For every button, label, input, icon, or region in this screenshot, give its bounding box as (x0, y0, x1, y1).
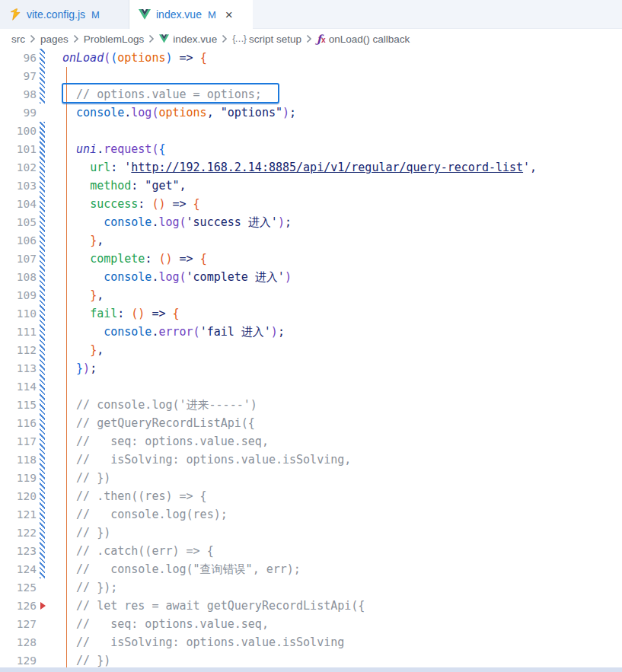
code-line[interactable]: 120 // .then((res) => { (0, 487, 622, 505)
line-number[interactable]: 103 (0, 177, 37, 195)
line-number[interactable]: 98 (0, 85, 37, 104)
code-text: success: () => { (62, 195, 200, 213)
vscode-editor-window: vite.config.js M index.vue M × src pages… (0, 0, 622, 672)
line-number[interactable]: 111 (0, 323, 37, 341)
line-number[interactable]: 108 (0, 268, 37, 286)
line-number[interactable]: 117 (0, 432, 37, 451)
code-text: // console.log(res); (62, 505, 228, 524)
modified-lines-stripe (40, 122, 45, 578)
line-number[interactable]: 114 (0, 377, 37, 396)
line-number[interactable]: 107 (0, 250, 37, 268)
chevron-right-icon (73, 34, 79, 43)
code-line[interactable]: 116 // getQueryRecordListApi({ (0, 414, 622, 432)
line-number[interactable]: 120 (0, 487, 37, 505)
line-number[interactable]: 115 (0, 396, 37, 414)
code-line[interactable]: 122 // }) (0, 524, 622, 542)
code-line[interactable]: 101 uni.request({ (0, 140, 622, 158)
code-line[interactable]: 114 (0, 377, 622, 396)
code-text: // seq: options.value.seq, (62, 615, 269, 633)
code-text: // isSolving: options.value.isSolving, (62, 451, 351, 469)
line-number[interactable]: 106 (0, 231, 37, 250)
chevron-right-icon (306, 34, 312, 43)
breadcrumb-item-index-vue[interactable]: index.vue (159, 33, 217, 45)
breadcrumb-item-problemlogs[interactable]: ProblemLogs (84, 33, 145, 45)
code-text: // .then((res) => { (62, 487, 207, 505)
line-number[interactable]: 99 (0, 104, 37, 122)
code-line[interactable]: 124 // console.log("查询错误", err); (0, 560, 622, 578)
line-126-marker-icon (40, 602, 46, 610)
modified-badge: M (91, 9, 100, 21)
code-line[interactable]: 111 console.error('fail 进入'); (0, 323, 622, 341)
code-line[interactable]: 96onLoad((options) => { (0, 49, 622, 67)
code-line[interactable]: 118 // isSolving: options.value.isSolvin… (0, 451, 622, 469)
code-text: fail: () => { (62, 304, 180, 323)
code-line[interactable]: 115 // console.log('进来-----') (0, 396, 622, 414)
code-text: }, (62, 231, 104, 250)
close-tab-icon[interactable]: × (224, 8, 234, 21)
tab-index-vue[interactable]: index.vue M × (129, 0, 253, 29)
line-number[interactable]: 124 (0, 560, 37, 578)
code-line[interactable]: 109 }, (0, 286, 622, 304)
code-line[interactable]: 126 // let res = await getQueryRecordLis… (0, 597, 622, 615)
breadcrumb-item-script-setup[interactable]: {…} script setup (232, 33, 301, 45)
code-line[interactable]: 110 fail: () => { (0, 304, 622, 323)
code-line[interactable]: 105 console.log('success 进入'); (0, 213, 622, 231)
line-number[interactable]: 105 (0, 213, 37, 231)
line-number[interactable]: 119 (0, 469, 37, 487)
code-lines: 96onLoad((options) => {9798 // options.v… (0, 49, 622, 670)
breadcrumb-item-onload-callback[interactable]: ƒx onLoad() callback (317, 33, 410, 45)
breadcrumb-label: script setup (249, 33, 301, 45)
code-text: // console.log("查询错误", err); (62, 560, 301, 578)
line-number[interactable]: 125 (0, 578, 37, 597)
line-number[interactable]: 100 (0, 122, 37, 140)
line-number[interactable]: 102 (0, 158, 37, 177)
code-line[interactable]: 108 console.log('complete 进入') (0, 268, 622, 286)
line-number[interactable]: 97 (0, 67, 37, 85)
chevron-right-icon (30, 34, 36, 43)
code-text: }); (62, 359, 97, 377)
line-number[interactable]: 113 (0, 359, 37, 377)
line-number[interactable]: 123 (0, 542, 37, 560)
code-line[interactable]: 99 console.log(options, "options"); (0, 104, 622, 122)
code-line[interactable]: 125 // }); (0, 578, 622, 597)
code-line[interactable]: 127 // seq: options.value.seq, (0, 615, 622, 633)
vue-logo-icon (159, 34, 169, 43)
line-number[interactable]: 116 (0, 414, 37, 432)
code-text: // isSolving: options.value.isSolving (62, 633, 344, 651)
code-line[interactable]: 112 }, (0, 341, 622, 359)
code-text: // getQueryRecordListApi({ (62, 414, 255, 432)
code-line[interactable]: 119 // }) (0, 469, 622, 487)
code-line[interactable]: 103 method: "get", (0, 177, 622, 195)
code-text: // console.log('进来-----') (62, 396, 257, 414)
breadcrumb-item-pages[interactable]: pages (40, 33, 69, 45)
code-line[interactable]: 113 }); (0, 359, 622, 377)
tab-label: vite.config.js (27, 8, 85, 21)
line-number[interactable]: 128 (0, 633, 37, 651)
line-number[interactable]: 110 (0, 304, 37, 323)
line-number[interactable]: 104 (0, 195, 37, 213)
line-number[interactable]: 118 (0, 451, 37, 469)
line-number[interactable]: 112 (0, 341, 37, 359)
code-line[interactable]: 107 complete: () => { (0, 250, 622, 268)
tab-vite-config-js[interactable]: vite.config.js M (0, 0, 129, 29)
code-line[interactable]: 128 // isSolving: options.value.isSolvin… (0, 633, 622, 651)
line-number[interactable]: 101 (0, 140, 37, 158)
line-number[interactable]: 126 (0, 597, 37, 615)
code-text: complete: () => { (62, 250, 207, 268)
code-line[interactable]: 100 (0, 122, 622, 140)
line-number[interactable]: 121 (0, 505, 37, 524)
line-number[interactable]: 122 (0, 524, 37, 542)
horizontal-scrollbar[interactable] (0, 667, 622, 672)
line-number[interactable]: 127 (0, 615, 37, 633)
code-line[interactable]: 121 // console.log(res); (0, 505, 622, 524)
code-line[interactable]: 102 url: 'http://192.168.2.14:8885/api/v… (0, 158, 622, 177)
code-line[interactable]: 117 // seq: options.value.seq, (0, 432, 622, 451)
code-editor[interactable]: 96onLoad((options) => {9798 // options.v… (0, 49, 622, 672)
breadcrumb-item-src[interactable]: src (11, 33, 25, 45)
line-number[interactable]: 109 (0, 286, 37, 304)
code-line[interactable]: 104 success: () => { (0, 195, 622, 213)
modified-badge: M (208, 9, 216, 21)
line-number[interactable]: 96 (0, 49, 37, 67)
code-line[interactable]: 106 }, (0, 231, 622, 250)
code-line[interactable]: 123 // .catch((err) => { (0, 542, 622, 560)
